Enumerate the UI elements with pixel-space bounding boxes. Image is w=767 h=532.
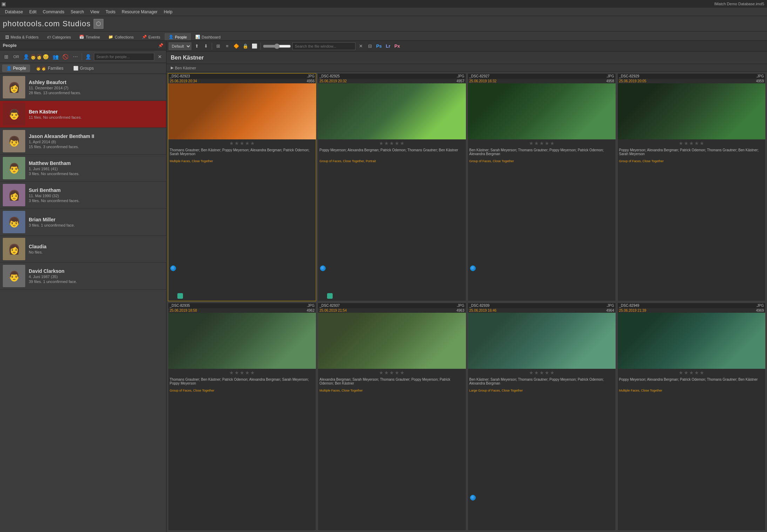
photo-card[interactable]: _DSC-82949 .JPG 25.06.2019 21:39 4969 ★★… xyxy=(617,303,766,531)
tab-families[interactable]: 👨‍👩 Families xyxy=(32,64,68,72)
photo-number: 4956 xyxy=(307,79,314,83)
person-item[interactable]: 👩 Claudia No files. xyxy=(0,236,166,263)
person-files: 11 files. No unconfirmed faces. xyxy=(29,115,163,119)
photo-label: Group of Faces, Close Together xyxy=(619,159,664,163)
view-list-button[interactable]: ≡ xyxy=(223,42,231,50)
photo-number: 4962 xyxy=(307,309,314,312)
star: ★ xyxy=(379,140,384,146)
person-item[interactable]: 👦 Jason Alexander Bentham II 1. April 20… xyxy=(0,128,166,155)
photo-card[interactable]: _DSC-82935 .JPG 25.06.2019 18:58 4962 ★★… xyxy=(168,303,316,531)
person-files: No files. xyxy=(29,250,163,254)
star: ★ xyxy=(240,140,244,146)
photo-header: _DSC-82925 .JPG xyxy=(318,74,466,79)
titlebar: ▣ IMatch Demo Database.imd5 xyxy=(0,0,767,8)
photo-card[interactable]: _DSC-82929 .JPG 25.06.2019 20:05 4959 ★★… xyxy=(617,73,766,301)
menu-item-view[interactable]: View xyxy=(87,9,102,15)
breadcrumb-arrow: ▶ xyxy=(171,65,174,70)
tab-people[interactable]: 👤 People xyxy=(2,64,30,72)
person-item[interactable]: 👨 Matthew Bentham 1. Juni 1981 (41) 3 fi… xyxy=(0,155,166,182)
person-info: Ashley Beaufort 11. Dezember 2014 (7) 28… xyxy=(29,80,163,95)
menu-item-resource-manager[interactable]: Resource Manager xyxy=(119,9,160,15)
star: ★ xyxy=(384,140,389,146)
photo-card[interactable]: _DSC-82939 .JPG 25.06.2019 16:46 4964 ★★… xyxy=(468,303,616,531)
ps-button[interactable]: Ps xyxy=(375,42,383,50)
pin-icon[interactable]: 📌 xyxy=(158,43,163,48)
nav-tab-events[interactable]: 📌Events xyxy=(138,33,164,40)
clear-search-button[interactable]: ✕ xyxy=(357,42,365,50)
star: ★ xyxy=(689,370,694,375)
person-item[interactable]: 👦 Brian Miller 3 files. 1 unconfirmed fa… xyxy=(0,209,166,236)
star: ★ xyxy=(235,140,239,146)
zoom-slider[interactable] xyxy=(263,43,291,49)
emoji-button[interactable]: 😊 xyxy=(42,53,50,61)
star: ★ xyxy=(240,370,244,375)
photo-card[interactable]: _DSC-82927 .JPG 25.06.2019 16:32 4958 ★★… xyxy=(468,73,616,301)
profile-button[interactable]: 👤 xyxy=(84,53,93,61)
sort-asc-button[interactable]: ⬆ xyxy=(193,42,201,50)
person-item[interactable]: 👩 Ashley Beaufort 11. Dezember 2014 (7) … xyxy=(0,74,166,101)
menu-item-tools[interactable]: Tools xyxy=(103,9,118,15)
sort-select[interactable]: Default xyxy=(169,42,191,50)
view-detail-button[interactable]: 🔶 xyxy=(232,42,240,50)
groups-icon: ⬜ xyxy=(73,66,79,71)
photo-thumbnail xyxy=(168,313,316,369)
panel-button[interactable]: ⬜ xyxy=(251,42,258,50)
star: ★ xyxy=(389,140,394,146)
star: ★ xyxy=(245,370,250,375)
nav-tab-people[interactable]: 👤People xyxy=(165,33,191,40)
photo-datetime: 25.06.2019 16:32 xyxy=(469,79,497,83)
nav-tab-categories[interactable]: 🏷Categories xyxy=(43,34,75,40)
clear-search-button[interactable]: ✕ xyxy=(156,53,164,61)
menu-item-commands[interactable]: Commands xyxy=(40,9,67,15)
person-item[interactable]: 👩 Suri Bentham 11. Mai 1990 (32) 3 files… xyxy=(0,182,166,209)
person-files: 3 files. No unconfirmed faces. xyxy=(29,199,163,203)
menu-item-search[interactable]: Search xyxy=(68,9,87,15)
photo-card[interactable]: _DSC-82923 .JPG 25.06.2019 20:34 4956 ★★… xyxy=(168,73,316,301)
person-item[interactable]: 👨 Ben Kästner 11 files. No unconfirmed f… xyxy=(0,101,166,128)
photo-thumbnail xyxy=(318,83,466,139)
px-button[interactable]: Px xyxy=(393,42,401,50)
more-button[interactable]: ⋯ xyxy=(71,53,80,61)
view-grid-button[interactable]: ⊞ xyxy=(214,42,222,50)
person-name: Claudia xyxy=(29,244,163,249)
filter-button[interactable]: ⊟ xyxy=(366,42,374,50)
photo-header: _DSC-82927 .JPG xyxy=(468,74,616,79)
star: ★ xyxy=(529,370,534,375)
lock-button[interactable]: 🔒 xyxy=(242,42,249,50)
group-button[interactable]: 👥 xyxy=(52,53,60,61)
photo-label: Multiple Faces, Close Together xyxy=(619,389,662,392)
person-item[interactable]: 👨 David Clarkson 4. Juni 1987 (35) 39 fi… xyxy=(0,263,166,290)
nav-tab-media-&-folders[interactable]: 🖼Media & Folders xyxy=(1,34,42,40)
menu-item-database[interactable]: Database xyxy=(2,9,26,15)
photo-tags: Thomans Grautner; Ben Kästner; Poppy Mey… xyxy=(168,147,316,158)
person-name: Matthew Bentham xyxy=(29,160,163,166)
lr-button[interactable]: Lr xyxy=(384,42,392,50)
add-person-button[interactable]: 👤 xyxy=(22,53,30,61)
remove-button[interactable]: 🚫 xyxy=(61,53,70,61)
photo-date: 25.06.2019 21:54 4963 xyxy=(318,308,466,313)
tab-groups[interactable]: ⬜ Groups xyxy=(69,64,98,72)
star: ★ xyxy=(235,370,239,375)
photo-stars: ★★★★★ xyxy=(618,139,765,147)
add-family-button[interactable]: 👨‍👩 xyxy=(32,53,40,61)
menu-item-help[interactable]: Help xyxy=(161,9,175,15)
photo-card[interactable]: _DSC-82937 .JPG 25.06.2019 21:54 4963 ★★… xyxy=(318,303,466,531)
logo-icon: ⬡ xyxy=(94,19,103,29)
photo-card[interactable]: _DSC-82925 .JPG 25.06.2019 20:32 4957 ★★… xyxy=(318,73,466,301)
file-search-input[interactable] xyxy=(292,42,355,50)
person-date: 1. April 2014 (8) xyxy=(29,140,163,144)
photo-tags: Ben Kästner; Sarah Meyerson; Thomans Gra… xyxy=(468,376,616,387)
star: ★ xyxy=(400,370,405,375)
photo-date: 25.06.2019 16:46 4964 xyxy=(468,308,616,313)
people-search-input[interactable] xyxy=(94,53,155,61)
photo-labels: Multiple Faces, Close Together xyxy=(168,158,316,164)
menu-item-edit[interactable]: Edit xyxy=(26,9,39,15)
grid-view-button[interactable]: ⊞ xyxy=(2,53,11,61)
nav-tab-dashboard[interactable]: 📊Dashboard xyxy=(191,33,224,40)
photo-datetime: 25.06.2019 18:58 xyxy=(170,309,197,312)
sort-desc-button[interactable]: ⬇ xyxy=(202,42,210,50)
window-title: IMatch Demo Database.imd5 xyxy=(714,2,764,6)
nav-tab-timeline[interactable]: 📅Timeline xyxy=(75,33,104,40)
nav-tab-collections[interactable]: 📁Collections xyxy=(104,33,137,40)
families-icon: 👨‍👩 xyxy=(36,66,46,71)
